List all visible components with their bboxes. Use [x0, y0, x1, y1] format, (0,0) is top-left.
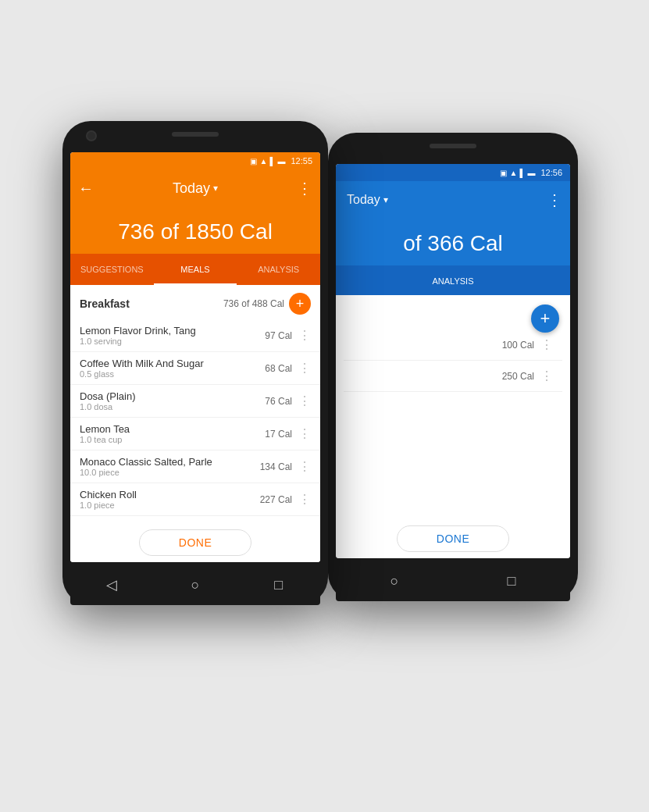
dropdown-arrow-2[interactable]: ▾ [383, 194, 388, 205]
done-container-2: DONE [336, 519, 570, 558]
camera-1 [86, 130, 97, 141]
food-info-3: Lemon Tea 1.0 tea cup [80, 423, 265, 444]
food-info-0: Lemon Flavor Drink, Tang 1.0 serving [80, 325, 265, 346]
cal-number-2: of 366 Cal [344, 231, 562, 256]
nav-back-1[interactable]: ◁ [100, 573, 123, 597]
food-item-2: Dosa (Plain) 1.0 dosa 76 Cal ⋮ [70, 385, 320, 418]
nav-recents-2[interactable]: □ [500, 569, 523, 593]
food-info-2: Dosa (Plain) 1.0 dosa [80, 390, 265, 411]
food-item-0: Lemon Flavor Drink, Tang 1.0 serving 97 … [70, 319, 320, 352]
battery-icon-2: ▬ [527, 169, 535, 177]
food-menu-1[interactable]: ⋮ [298, 361, 311, 376]
signal-icon-2: ▌ [519, 169, 525, 177]
done-container-1: DONE [70, 523, 320, 562]
section-cal-info: 736 of 488 Cal + [223, 293, 311, 315]
food-menu-4[interactable]: ⋮ [298, 459, 311, 474]
nav-home-2[interactable]: ○ [383, 569, 406, 593]
fab-add-button[interactable]: + [531, 304, 559, 333]
analysis-item-0: 100 Cal ⋮ [344, 329, 562, 361]
time-1: 12:55 [291, 156, 312, 166]
nav-recents-1[interactable]: □ [267, 573, 291, 597]
food-item-1: Coffee With Milk And Sugar 0.5 glass 68 … [70, 352, 320, 385]
app-bar-1: ← Today ▾ ⋮ [70, 169, 320, 207]
screen-2: ▣ ▲ ▌ ▬ 12:56 Today ▾ ⋮ [336, 164, 570, 558]
sim-icon: ▣ [250, 157, 257, 166]
food-item-5: Chicken Roll 1.0 piece 227 Cal ⋮ [70, 483, 320, 516]
food-info-5: Chicken Roll 1.0 piece [80, 489, 260, 510]
app-bar-2: Today ▾ ⋮ [336, 181, 570, 219]
tab-analysis-1[interactable]: ANALYSIS [237, 254, 320, 285]
food-item-3: Lemon Tea 1.0 tea cup 17 Cal ⋮ [70, 418, 320, 451]
speaker-2 [430, 144, 476, 148]
nav-home-1[interactable]: ○ [184, 573, 207, 597]
section-title-1: Breakfast [80, 297, 130, 310]
app-bar-title-2: Today ▾ [347, 193, 547, 207]
time-2: 12:56 [540, 168, 562, 177]
add-food-button[interactable]: + [289, 293, 311, 315]
sim-icon-2: ▣ [500, 169, 507, 177]
title-text-1: Today [173, 180, 210, 197]
phone-2: ▣ ▲ ▌ ▬ 12:56 Today ▾ ⋮ [328, 133, 578, 601]
status-bar-1: ▣ ▲ ▌ ▬ 12:55 [70, 152, 320, 169]
food-item-4: Monaco Classic Salted, Parle 10.0 piece … [70, 451, 320, 483]
content-1: Breakfast 736 of 488 Cal + Lemon Flavor … [70, 285, 320, 562]
phone-1: ▣ ▲ ▌ ▬ 12:55 ← Today ▾ ⋮ [62, 121, 328, 605]
food-menu-0[interactable]: ⋮ [298, 328, 311, 343]
wifi-icon-2: ▲ [509, 169, 517, 177]
tab-analysis-2[interactable]: ANALYSIS [336, 265, 570, 297]
bottom-nav-1: ◁ ○ □ [70, 564, 320, 605]
screen-1: ▣ ▲ ▌ ▬ 12:55 ← Today ▾ ⋮ [70, 152, 320, 562]
back-button[interactable]: ← [78, 180, 94, 198]
dropdown-arrow-1[interactable]: ▾ [213, 183, 218, 194]
cal-header-2: of 366 Cal [336, 219, 570, 265]
food-menu-5[interactable]: ⋮ [298, 492, 311, 507]
wifi-icon: ▲ [259, 157, 267, 166]
food-menu-3[interactable]: ⋮ [298, 426, 311, 441]
bottom-nav-2: ○ □ [336, 561, 570, 601]
tab-suggestions[interactable]: SUGGESTIONS [70, 254, 154, 285]
analysis-item-1: 250 Cal ⋮ [344, 361, 562, 392]
title-text-2: Today [347, 193, 380, 207]
more-menu-1[interactable]: ⋮ [297, 179, 312, 198]
done-button-2[interactable]: DONE [397, 525, 509, 552]
analysis-menu-0[interactable]: ⋮ [540, 337, 553, 352]
more-menu-2[interactable]: ⋮ [547, 191, 562, 209]
food-menu-2[interactable]: ⋮ [298, 394, 311, 408]
status-bar-2: ▣ ▲ ▌ ▬ 12:56 [336, 164, 570, 181]
cal-number-1: 736 of 1850 Cal [78, 219, 312, 244]
app-bar-title-1: Today ▾ [94, 180, 297, 197]
food-info-4: Monaco Classic Salted, Parle 10.0 piece [80, 456, 260, 477]
cal-header-1: 736 of 1850 Cal [70, 207, 320, 254]
food-info-1: Coffee With Milk And Sugar 0.5 glass [80, 358, 265, 379]
battery-icon: ▬ [277, 157, 285, 166]
tab-meals[interactable]: MEALS [154, 254, 237, 285]
speaker-1 [172, 132, 219, 137]
signal-icon: ▌ [269, 157, 275, 166]
tabs-2: ANALYSIS [336, 265, 570, 297]
breakfast-header: Breakfast 736 of 488 Cal + [70, 285, 320, 319]
done-button-1[interactable]: DONE [139, 529, 251, 556]
tabs-1: SUGGESTIONS MEALS ANALYSIS [70, 254, 320, 285]
analysis-menu-1[interactable]: ⋮ [540, 369, 553, 383]
